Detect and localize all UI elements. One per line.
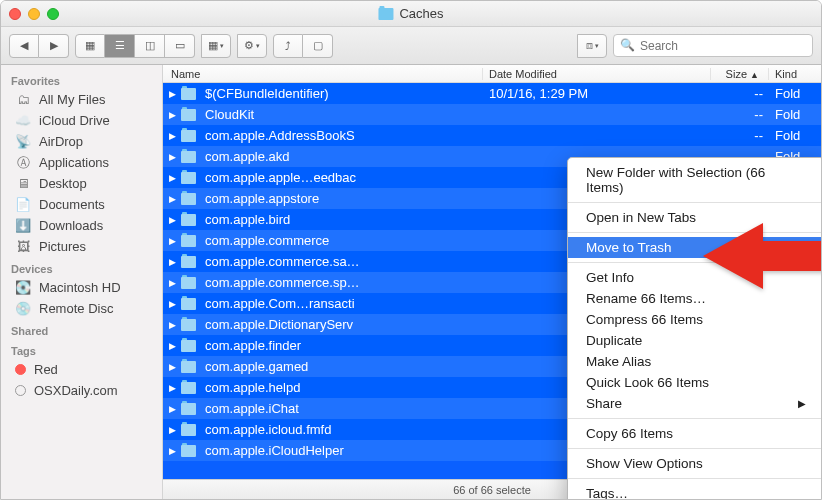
- disclosure-icon[interactable]: ▶: [163, 404, 181, 414]
- folder-icon: [181, 360, 199, 374]
- ctx-get-info[interactable]: Get Info: [568, 267, 821, 288]
- disclosure-icon[interactable]: ▶: [163, 341, 181, 351]
- share-button[interactable]: ⤴: [273, 34, 303, 58]
- disclosure-icon[interactable]: ▶: [163, 383, 181, 393]
- arrange-button-group: ▦▾: [201, 34, 231, 58]
- coverflow-view-button[interactable]: ▭: [165, 34, 195, 58]
- row-kind: Fold: [769, 107, 821, 122]
- forward-button[interactable]: ▶: [39, 34, 69, 58]
- row-name: com.apple.finder: [205, 338, 483, 353]
- sidebar-item[interactable]: 💿Remote Disc: [1, 298, 162, 319]
- sidebar-item-label: Pictures: [39, 239, 86, 254]
- action-button[interactable]: ⚙▾: [237, 34, 267, 58]
- titlebar[interactable]: Caches: [1, 1, 821, 27]
- title-text: Caches: [399, 6, 443, 21]
- sidebar-item[interactable]: 📄Documents: [1, 194, 162, 215]
- disclosure-icon[interactable]: ▶: [163, 299, 181, 309]
- ctx-tags[interactable]: Tags…: [568, 483, 821, 499]
- sidebar-head-devices: Devices: [1, 257, 162, 277]
- sidebar-icon: 🖼: [15, 240, 31, 254]
- disclosure-icon[interactable]: ▶: [163, 446, 181, 456]
- disclosure-icon[interactable]: ▶: [163, 110, 181, 120]
- table-row[interactable]: ▶ $(CFBundleIdentifier) 10/1/16, 1:29 PM…: [163, 83, 821, 104]
- ctx-alias[interactable]: Make Alias: [568, 351, 821, 372]
- sidebar-item[interactable]: 📡AirDrop: [1, 131, 162, 152]
- disclosure-icon[interactable]: ▶: [163, 362, 181, 372]
- folder-icon: [181, 129, 199, 143]
- ctx-open-tabs[interactable]: Open in New Tabs: [568, 207, 821, 228]
- sidebar-item[interactable]: 🖼Pictures: [1, 236, 162, 257]
- view-buttons: ▦ ☰ ◫ ▭: [75, 34, 195, 58]
- sidebar-icon: ⬇️: [15, 219, 31, 233]
- disclosure-icon[interactable]: ▶: [163, 131, 181, 141]
- arrange-button[interactable]: ▦▾: [201, 34, 231, 58]
- row-name: com.apple.iCloudHelper: [205, 443, 483, 458]
- search-field[interactable]: 🔍: [613, 34, 813, 57]
- table-row[interactable]: ▶ com.apple.AddressBookS -- Fold: [163, 125, 821, 146]
- sidebar-item[interactable]: ⒶApplications: [1, 152, 162, 173]
- ctx-new-folder[interactable]: New Folder with Selection (66 Items): [568, 162, 821, 198]
- sidebar-head-tags: Tags: [1, 339, 162, 359]
- ctx-copy[interactable]: Copy 66 Items: [568, 423, 821, 444]
- row-name: com.apple.icloud.fmfd: [205, 422, 483, 437]
- disclosure-icon[interactable]: ▶: [163, 257, 181, 267]
- disclosure-icon[interactable]: ▶: [163, 236, 181, 246]
- sidebar-item[interactable]: 🗂All My Files: [1, 89, 162, 110]
- table-row[interactable]: ▶ CloudKit -- Fold: [163, 104, 821, 125]
- sidebar-icon: 🗂: [15, 93, 31, 107]
- ctx-duplicate[interactable]: Duplicate: [568, 330, 821, 351]
- row-name: com.apple.akd: [205, 149, 483, 164]
- tags-button[interactable]: ▢: [303, 34, 333, 58]
- disclosure-icon[interactable]: ▶: [163, 152, 181, 162]
- column-view-button[interactable]: ◫: [135, 34, 165, 58]
- disclosure-icon[interactable]: ▶: [163, 89, 181, 99]
- folder-icon: [181, 255, 199, 269]
- disclosure-icon[interactable]: ▶: [163, 173, 181, 183]
- folder-icon: [181, 381, 199, 395]
- window-title: Caches: [378, 6, 443, 21]
- disclosure-icon[interactable]: ▶: [163, 425, 181, 435]
- row-name: com.apple.AddressBookS: [205, 128, 483, 143]
- disclosure-icon[interactable]: ▶: [163, 215, 181, 225]
- list-view-button[interactable]: ☰: [105, 34, 135, 58]
- sidebar-icon: 💽: [15, 281, 31, 295]
- row-name: com.apple.apple…eedbac: [205, 170, 483, 185]
- col-kind[interactable]: Kind: [769, 68, 821, 80]
- ctx-compress[interactable]: Compress 66 Items: [568, 309, 821, 330]
- sidebar-tag[interactable]: OSXDaily.com: [1, 380, 162, 401]
- sidebar-item[interactable]: 🖥Desktop: [1, 173, 162, 194]
- back-button[interactable]: ◀: [9, 34, 39, 58]
- ctx-rename[interactable]: Rename 66 Items…: [568, 288, 821, 309]
- row-name: $(CFBundleIdentifier): [205, 86, 483, 101]
- col-name[interactable]: Name: [163, 68, 483, 80]
- col-date[interactable]: Date Modified: [483, 68, 711, 80]
- sidebar-item[interactable]: ⬇️Downloads: [1, 215, 162, 236]
- row-name: com.apple.appstore: [205, 191, 483, 206]
- disclosure-icon[interactable]: ▶: [163, 320, 181, 330]
- folder-icon: [378, 8, 393, 20]
- dropbox-button[interactable]: ⧈▾: [577, 34, 607, 58]
- sidebar-tag[interactable]: Red: [1, 359, 162, 380]
- disclosure-icon[interactable]: ▶: [163, 194, 181, 204]
- minimize-icon[interactable]: [28, 8, 40, 20]
- sidebar-head-favorites: Favorites: [1, 69, 162, 89]
- folder-icon: [181, 276, 199, 290]
- folder-icon: [181, 171, 199, 185]
- icon-view-button[interactable]: ▦: [75, 34, 105, 58]
- finder-window: Caches ◀ ▶ ▦ ☰ ◫ ▭ ▦▾ ⚙▾ ⤴ ▢ ⧈▾ 🔍: [0, 0, 822, 500]
- ctx-view-options[interactable]: Show View Options: [568, 453, 821, 474]
- zoom-icon[interactable]: [47, 8, 59, 20]
- ctx-share[interactable]: Share▶: [568, 393, 821, 414]
- search-input[interactable]: [613, 34, 813, 57]
- close-icon[interactable]: [9, 8, 21, 20]
- ctx-move-to-trash[interactable]: Move to Trash: [568, 237, 821, 258]
- ctx-quick-look[interactable]: Quick Look 66 Items: [568, 372, 821, 393]
- sidebar-item-label: Documents: [39, 197, 105, 212]
- row-kind: Fold: [769, 128, 821, 143]
- sidebar-item[interactable]: ☁️iCloud Drive: [1, 110, 162, 131]
- col-size[interactable]: Size ▲: [711, 68, 769, 80]
- sidebar-item[interactable]: 💽Macintosh HD: [1, 277, 162, 298]
- disclosure-icon[interactable]: ▶: [163, 278, 181, 288]
- row-size: --: [711, 107, 769, 122]
- tag-dot-icon: [15, 364, 26, 375]
